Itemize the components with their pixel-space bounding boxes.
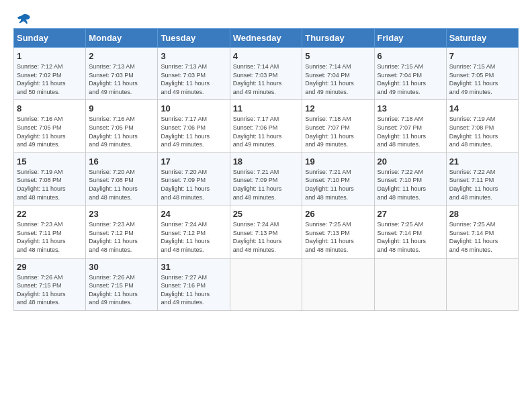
calendar-cell: 16Sunrise: 7:20 AM Sunset: 7:08 PM Dayli… [86, 152, 158, 205]
day-sun-info: Sunrise: 7:25 AM Sunset: 7:14 PM Dayligh… [378, 220, 443, 254]
day-number: 27 [378, 209, 443, 219]
header-wednesday: Wednesday [230, 29, 302, 48]
day-sun-info: Sunrise: 7:25 AM Sunset: 7:13 PM Dayligh… [305, 220, 371, 254]
calendar-cell: 9Sunrise: 7:16 AM Sunset: 7:05 PM Daylig… [86, 100, 158, 152]
calendar-cell: 10Sunrise: 7:17 AM Sunset: 7:06 PM Dayli… [158, 100, 230, 152]
day-sun-info: Sunrise: 7:20 AM Sunset: 7:09 PM Dayligh… [161, 168, 226, 201]
day-sun-info: Sunrise: 7:15 AM Sunset: 7:05 PM Dayligh… [449, 62, 515, 96]
calendar-cell: 20Sunrise: 7:22 AM Sunset: 7:10 PM Dayli… [374, 152, 446, 205]
day-number: 11 [233, 103, 300, 113]
day-number: 15 [17, 156, 83, 167]
calendar-cell: 5Sunrise: 7:14 AM Sunset: 7:04 PM Daylig… [302, 48, 374, 100]
day-number: 8 [17, 103, 83, 113]
calendar-cell: 14Sunrise: 7:19 AM Sunset: 7:08 PM Dayli… [446, 100, 518, 152]
day-sun-info: Sunrise: 7:22 AM Sunset: 7:10 PM Dayligh… [378, 168, 443, 201]
day-sun-info: Sunrise: 7:26 AM Sunset: 7:15 PM Dayligh… [17, 273, 83, 307]
day-number: 4 [233, 51, 300, 61]
day-number: 14 [449, 103, 515, 113]
calendar-cell [230, 258, 302, 310]
header-tuesday: Tuesday [158, 29, 230, 48]
day-number: 18 [233, 156, 300, 167]
calendar-cell: 19Sunrise: 7:21 AM Sunset: 7:10 PM Dayli… [302, 152, 374, 205]
day-number: 29 [17, 262, 83, 272]
calendar-cell: 25Sunrise: 7:24 AM Sunset: 7:13 PM Dayli… [230, 205, 302, 258]
day-sun-info: Sunrise: 7:17 AM Sunset: 7:06 PM Dayligh… [161, 115, 226, 148]
day-sun-info: Sunrise: 7:23 AM Sunset: 7:11 PM Dayligh… [17, 220, 83, 254]
calendar-cell [446, 258, 518, 310]
day-sun-info: Sunrise: 7:16 AM Sunset: 7:05 PM Dayligh… [89, 115, 154, 148]
day-number: 5 [305, 51, 371, 61]
day-sun-info: Sunrise: 7:19 AM Sunset: 7:08 PM Dayligh… [17, 168, 83, 201]
day-sun-info: Sunrise: 7:21 AM Sunset: 7:10 PM Dayligh… [305, 168, 371, 201]
calendar-cell: 6Sunrise: 7:15 AM Sunset: 7:04 PM Daylig… [374, 48, 446, 100]
calendar-week-2: 8Sunrise: 7:16 AM Sunset: 7:05 PM Daylig… [14, 100, 519, 152]
header-thursday: Thursday [302, 29, 374, 48]
calendar-cell: 21Sunrise: 7:22 AM Sunset: 7:11 PM Dayli… [446, 152, 518, 205]
day-sun-info: Sunrise: 7:27 AM Sunset: 7:16 PM Dayligh… [161, 273, 226, 307]
day-sun-info: Sunrise: 7:24 AM Sunset: 7:12 PM Dayligh… [161, 220, 226, 254]
calendar-cell: 17Sunrise: 7:20 AM Sunset: 7:09 PM Dayli… [158, 152, 230, 205]
day-number: 31 [161, 262, 226, 272]
day-number: 16 [89, 156, 154, 167]
calendar-cell: 1Sunrise: 7:12 AM Sunset: 7:02 PM Daylig… [14, 48, 86, 100]
day-number: 30 [89, 262, 154, 272]
day-sun-info: Sunrise: 7:21 AM Sunset: 7:09 PM Dayligh… [233, 168, 300, 201]
calendar-cell [302, 258, 374, 310]
day-sun-info: Sunrise: 7:23 AM Sunset: 7:12 PM Dayligh… [89, 220, 154, 254]
day-number: 21 [449, 156, 515, 167]
day-sun-info: Sunrise: 7:13 AM Sunset: 7:03 PM Dayligh… [161, 62, 226, 96]
calendar-cell: 3Sunrise: 7:13 AM Sunset: 7:03 PM Daylig… [158, 48, 230, 100]
day-number: 6 [378, 51, 443, 61]
day-sun-info: Sunrise: 7:20 AM Sunset: 7:08 PM Dayligh… [89, 168, 154, 201]
day-number: 10 [161, 103, 226, 113]
header-friday: Friday [374, 29, 446, 48]
calendar-cell: 18Sunrise: 7:21 AM Sunset: 7:09 PM Dayli… [230, 152, 302, 205]
day-sun-info: Sunrise: 7:25 AM Sunset: 7:14 PM Dayligh… [449, 220, 515, 254]
calendar-cell: 30Sunrise: 7:26 AM Sunset: 7:15 PM Dayli… [86, 258, 158, 310]
calendar-cell: 28Sunrise: 7:25 AM Sunset: 7:14 PM Dayli… [446, 205, 518, 258]
logo-bird-icon [16, 13, 31, 26]
day-number: 13 [378, 103, 443, 113]
calendar-cell [374, 258, 446, 310]
day-number: 25 [233, 209, 300, 219]
header-saturday: Saturday [446, 29, 518, 48]
day-number: 22 [17, 209, 83, 219]
calendar-header-row: SundayMondayTuesdayWednesdayThursdayFrid… [14, 29, 519, 48]
day-number: 2 [89, 51, 154, 61]
day-number: 28 [449, 209, 515, 219]
day-sun-info: Sunrise: 7:24 AM Sunset: 7:13 PM Dayligh… [233, 220, 300, 254]
day-number: 1 [17, 51, 83, 61]
day-sun-info: Sunrise: 7:14 AM Sunset: 7:04 PM Dayligh… [305, 62, 371, 96]
page-header [13, 13, 519, 23]
calendar-cell: 27Sunrise: 7:25 AM Sunset: 7:14 PM Dayli… [374, 205, 446, 258]
calendar-cell: 13Sunrise: 7:18 AM Sunset: 7:07 PM Dayli… [374, 100, 446, 152]
day-number: 9 [89, 103, 154, 113]
day-number: 19 [305, 156, 371, 167]
day-sun-info: Sunrise: 7:18 AM Sunset: 7:07 PM Dayligh… [378, 115, 443, 148]
calendar-cell: 8Sunrise: 7:16 AM Sunset: 7:05 PM Daylig… [14, 100, 86, 152]
header-monday: Monday [86, 29, 158, 48]
calendar-cell: 22Sunrise: 7:23 AM Sunset: 7:11 PM Dayli… [14, 205, 86, 258]
calendar-cell: 7Sunrise: 7:15 AM Sunset: 7:05 PM Daylig… [446, 48, 518, 100]
day-number: 3 [161, 51, 226, 61]
day-number: 23 [89, 209, 154, 219]
day-sun-info: Sunrise: 7:22 AM Sunset: 7:11 PM Dayligh… [449, 168, 515, 201]
calendar-cell: 11Sunrise: 7:17 AM Sunset: 7:06 PM Dayli… [230, 100, 302, 152]
day-number: 20 [378, 156, 443, 167]
day-sun-info: Sunrise: 7:15 AM Sunset: 7:04 PM Dayligh… [378, 62, 443, 96]
calendar-table: SundayMondayTuesdayWednesdayThursdayFrid… [13, 28, 519, 311]
day-sun-info: Sunrise: 7:16 AM Sunset: 7:05 PM Dayligh… [17, 115, 83, 148]
day-sun-info: Sunrise: 7:12 AM Sunset: 7:02 PM Dayligh… [17, 62, 83, 96]
day-sun-info: Sunrise: 7:14 AM Sunset: 7:03 PM Dayligh… [233, 62, 300, 96]
calendar-week-5: 29Sunrise: 7:26 AM Sunset: 7:15 PM Dayli… [14, 258, 519, 310]
calendar-cell: 12Sunrise: 7:18 AM Sunset: 7:07 PM Dayli… [302, 100, 374, 152]
day-number: 26 [305, 209, 371, 219]
day-sun-info: Sunrise: 7:19 AM Sunset: 7:08 PM Dayligh… [449, 115, 515, 148]
calendar-cell: 26Sunrise: 7:25 AM Sunset: 7:13 PM Dayli… [302, 205, 374, 258]
calendar-cell: 24Sunrise: 7:24 AM Sunset: 7:12 PM Dayli… [158, 205, 230, 258]
calendar-week-1: 1Sunrise: 7:12 AM Sunset: 7:02 PM Daylig… [14, 48, 519, 100]
calendar-cell: 23Sunrise: 7:23 AM Sunset: 7:12 PM Dayli… [86, 205, 158, 258]
day-number: 7 [449, 51, 515, 61]
day-sun-info: Sunrise: 7:26 AM Sunset: 7:15 PM Dayligh… [89, 273, 154, 307]
day-number: 24 [161, 209, 226, 219]
